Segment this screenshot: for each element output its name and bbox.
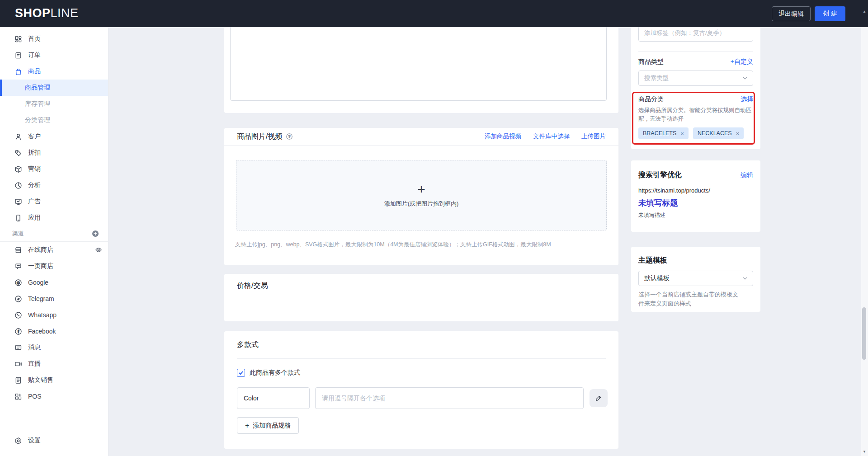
divider [237, 298, 606, 298]
logo-bold: SHOP [15, 6, 51, 20]
sidebar-item-product-management[interactable]: 商品管理 [0, 80, 108, 96]
sidebar-item-google[interactable]: Google [0, 274, 108, 291]
variants-card-title: 多款式 [237, 340, 259, 350]
edit-option-button[interactable] [590, 389, 608, 407]
has-variants-checkbox[interactable] [237, 369, 245, 377]
theme-template-card: 主题模板 默认模板 选择一个当前店铺或主题自带的模板文件来定义页面的样式 [631, 247, 760, 312]
sidebar-item-analytics[interactable]: 分析 [0, 177, 108, 193]
sidebar-item-label: 订单 [28, 51, 41, 59]
seo-header: 搜索引擎优化 编辑 [638, 170, 753, 180]
category-tags: BRACELETS × NECKLACES × [638, 127, 753, 139]
remove-tag-icon[interactable]: × [736, 130, 740, 137]
price-card-header: 价格/交易 [224, 274, 618, 298]
category-tag-bracelets: BRACELETS × [638, 127, 689, 139]
logo-light: LINE [51, 6, 79, 20]
sidebar-item-pos[interactable]: POS [0, 388, 108, 404]
customer-icon [14, 133, 22, 141]
choose-from-file-library-link[interactable]: 文件库中选择 [533, 132, 570, 141]
sidebar-item-products[interactable]: 商品 [0, 63, 108, 80]
add-product-video-link[interactable]: 添加商品视频 [485, 132, 521, 141]
post-sale-icon [14, 376, 22, 384]
category-row: 商品分类 选择 [638, 95, 753, 103]
shopline-logo: SHOPLINE [15, 6, 79, 20]
chevron-down-icon [742, 75, 748, 81]
exit-edit-button[interactable]: 退出编辑 [772, 6, 811, 21]
description-editor-area[interactable] [230, 24, 607, 101]
remove-tag-icon[interactable]: × [680, 130, 684, 137]
whatsapp-icon [14, 311, 22, 319]
price-trade-card: 价格/交易 [224, 274, 618, 321]
sidebar-item-label: Whatsapp [28, 311, 57, 319]
sidebar-item-label: POS [28, 393, 42, 400]
scrollbar-track[interactable] [861, 27, 868, 456]
create-button[interactable]: 创建 [815, 6, 845, 21]
organization-card: 商品类型 +自定义 搜索类型 商品分类 选择 选择商品所属分类。智能分类将按规则… [631, 27, 760, 149]
one-page-store-icon [14, 263, 22, 270]
sidebar-item-telegram[interactable]: Telegram [0, 291, 108, 307]
sidebar-item-label: 消息 [28, 343, 41, 352]
add-spec-button[interactable]: + 添加商品规格 [237, 417, 299, 434]
sidebar-item-label: 折扣 [28, 149, 41, 157]
seo-card: 搜索引擎优化 编辑 https://tsinami.top/products/ … [631, 160, 760, 232]
sidebar-item-facebook[interactable]: Facebook [0, 323, 108, 339]
sidebar-item-category-management[interactable]: 分类管理 [0, 112, 108, 128]
scrollbar-thumb[interactable] [862, 307, 866, 360]
sidebar-item-ads[interactable]: 广告 [0, 193, 108, 210]
scroll-up-arrow-icon[interactable]: ▲ [863, 9, 866, 14]
upload-image-link[interactable]: 上传图片 [581, 132, 606, 141]
sidebar-item-discounts[interactable]: 折扣 [0, 145, 108, 161]
sidebar-item-messages[interactable]: 消息 [0, 339, 108, 356]
theme-template-select[interactable]: 默认模板 [638, 271, 753, 286]
option-name-input[interactable] [237, 387, 310, 409]
help-icon[interactable] [286, 133, 293, 140]
product-media-card: 商品图片/视频 添加商品视频 文件库中选择 上传图片 + 添加图片(或把图片拖到… [224, 128, 618, 265]
bag-icon [14, 68, 22, 75]
sidebar-item-label: 首页 [28, 35, 41, 43]
seo-title: 搜索引擎优化 [638, 170, 682, 180]
sidebar-item-label: 直播 [28, 360, 41, 368]
sidebar-item-label: 分类管理 [25, 116, 50, 124]
image-upload-dropzone[interactable]: + 添加图片(或把图片拖到框内) [236, 160, 607, 230]
upload-plus-icon: + [417, 183, 425, 196]
sidebar-item-post-sale[interactable]: 贴文销售 [0, 372, 108, 388]
has-variants-label: 此商品有多个款式 [250, 369, 300, 377]
page-scrollbar[interactable]: ▲ ▼ [861, 0, 868, 456]
online-store-icon [14, 246, 22, 254]
channels-section-header: 渠道 [0, 226, 108, 241]
sidebar-item-online-store[interactable]: 在线商店 [0, 242, 108, 258]
product-type-label: 商品类型 [638, 58, 664, 66]
sidebar-item-label: 设置 [28, 437, 41, 445]
custom-type-link[interactable]: +自定义 [731, 58, 753, 66]
sidebar-item-label: 应用 [28, 214, 41, 222]
sidebar-item-apps[interactable]: 应用 [0, 210, 108, 226]
top-bar: SHOPLINE 退出编辑 创建 [0, 0, 868, 27]
scroll-down-arrow-icon[interactable]: ▼ [863, 450, 866, 454]
upload-format-note: 支持上传jpg、png、webp、SVG格式图片，最大限制为10M（4M为最佳店… [235, 241, 607, 249]
sidebar-item-customers[interactable]: 客户 [0, 128, 108, 145]
add-channel-plus-icon[interactable] [92, 230, 99, 237]
product-type-select[interactable]: 搜索类型 [638, 71, 753, 86]
sidebar-item-inventory-management[interactable]: 库存管理 [0, 96, 108, 112]
option-values-input[interactable] [315, 387, 584, 409]
sidebar-item-live[interactable]: 直播 [0, 356, 108, 372]
sidebar-item-whatsapp[interactable]: Whatsapp [0, 307, 108, 323]
category-select-link[interactable]: 选择 [741, 95, 753, 103]
check-icon [238, 370, 244, 376]
sidebar-item-orders[interactable]: 订单 [0, 47, 108, 63]
sidebar-item-home[interactable]: 首页 [0, 31, 108, 47]
category-label: 商品分类 [638, 95, 664, 103]
eye-icon[interactable] [95, 246, 102, 254]
add-spec-label: 添加商品规格 [253, 422, 291, 430]
seo-edit-link[interactable]: 编辑 [741, 171, 753, 179]
sidebar-item-settings[interactable]: 设置 [0, 432, 108, 449]
sidebar-item-one-page-store[interactable]: 一页商店 [0, 258, 108, 274]
sidebar-item-label: Telegram [28, 295, 54, 302]
media-card-title: 商品图片/视频 [237, 132, 282, 141]
sidebar-item-label: 分析 [28, 181, 41, 189]
sidebar-item-label: Facebook [28, 328, 56, 335]
sidebar-settings-wrap: 设置 [0, 432, 108, 449]
facebook-icon [14, 328, 22, 335]
sidebar-item-marketing[interactable]: 营销 [0, 161, 108, 177]
price-card-title: 价格/交易 [237, 281, 268, 291]
has-variants-row: 此商品有多个款式 [237, 369, 618, 377]
